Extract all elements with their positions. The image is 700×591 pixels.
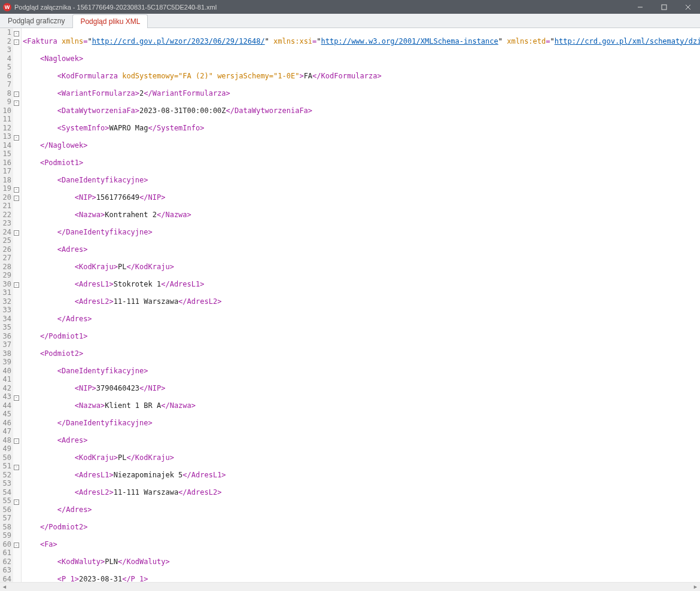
- line-number-gutter: 1234567891011121314151617181920212223242…: [0, 28, 13, 582]
- scroll-right-arrow-icon[interactable]: ►: [691, 583, 700, 592]
- close-button[interactable]: [676, 0, 700, 14]
- horizontal-scrollbar[interactable]: ◄ ►: [0, 582, 700, 591]
- app-icon: W: [3, 3, 11, 11]
- code-area[interactable]: <Faktura xmlns="http://crd.gov.pl/wzor/2…: [22, 28, 700, 582]
- title-bar: W Podgląd załącznika - 1561776649-202308…: [0, 0, 700, 14]
- svg-rect-1: [662, 5, 666, 10]
- tab-bar: Podgląd graficzny Podgląd pliku XML: [0, 14, 700, 28]
- minimize-button[interactable]: [628, 0, 652, 14]
- tab-graphic-preview[interactable]: Podgląd graficzny: [0, 14, 72, 28]
- window-title: Podgląd załącznika - 1561776649-20230831…: [14, 4, 628, 11]
- scroll-left-arrow-icon[interactable]: ◄: [0, 583, 9, 592]
- fold-column[interactable]: --------------: [13, 28, 22, 582]
- xml-editor: 1234567891011121314151617181920212223242…: [0, 28, 700, 582]
- tab-xml-preview[interactable]: Podgląd pliku XML: [72, 14, 148, 28]
- maximize-button[interactable]: [652, 0, 676, 14]
